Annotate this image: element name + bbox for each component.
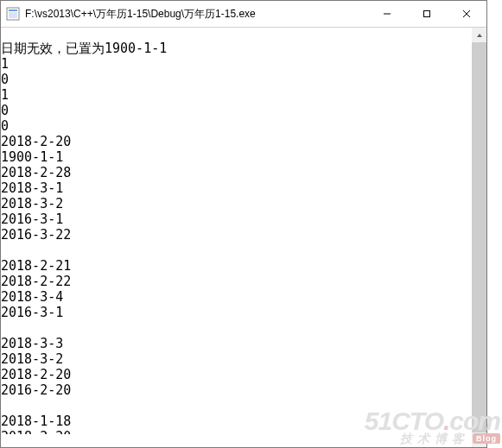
minimize-button[interactable]	[367, 1, 407, 27]
scrollbar-track[interactable]	[472, 42, 486, 432]
vertical-scrollbar[interactable]	[472, 28, 486, 447]
console-output: 日期无效，已置为1900-1-1 1 0 1 0 0 2018-2-20 190…	[1, 41, 472, 434]
svg-rect-4	[424, 11, 430, 17]
svg-marker-8	[477, 439, 482, 442]
svg-rect-1	[9, 9, 17, 11]
svg-rect-2	[9, 12, 17, 18]
scrollbar-thumb[interactable]	[472, 42, 486, 432]
window-controls	[367, 1, 486, 27]
svg-marker-7	[477, 34, 482, 37]
app-icon	[6, 7, 20, 21]
window-title: F:\vs2013\C++\万年历1-15\Debug\万年历1-15.exe	[25, 7, 367, 22]
scroll-up-button[interactable]	[472, 28, 486, 42]
close-button[interactable]	[447, 1, 486, 27]
client-area: 日期无效，已置为1900-1-1 1 0 1 0 0 2018-2-20 190…	[1, 28, 486, 447]
console-window: F:\vs2013\C++\万年历1-15\Debug\万年历1-15.exe …	[0, 0, 487, 448]
title-bar[interactable]: F:\vs2013\C++\万年历1-15\Debug\万年历1-15.exe	[1, 1, 486, 28]
scroll-down-button[interactable]	[472, 432, 486, 447]
maximize-button[interactable]	[407, 1, 447, 27]
